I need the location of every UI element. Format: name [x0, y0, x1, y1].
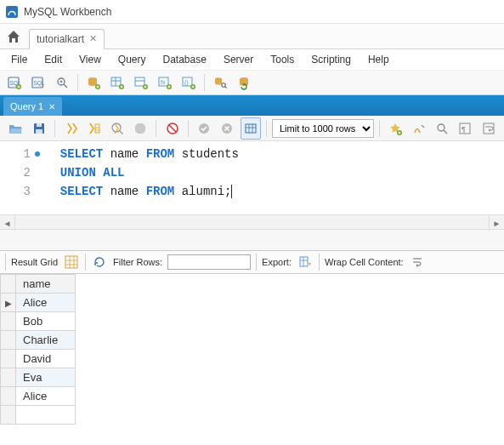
toolbar-separator — [188, 120, 189, 137]
editor-gutter: 123 — [0, 141, 46, 214]
query-tab-label: Query 1 — [10, 101, 43, 111]
menu-file[interactable]: File — [3, 51, 35, 68]
svg-rect-24 — [37, 123, 42, 127]
sql-editor[interactable]: 123 SELECT name FROM students UNION ALL … — [0, 141, 504, 214]
export-icon[interactable] — [297, 254, 314, 271]
favorite-icon[interactable] — [385, 117, 405, 140]
svg-rect-26 — [95, 124, 99, 133]
refresh-icon[interactable] — [91, 254, 108, 271]
svg-rect-31 — [246, 124, 256, 133]
query-tab[interactable]: Query 1 ✕ — [3, 97, 62, 116]
toggle-nocommit-icon[interactable] — [161, 117, 182, 140]
table-row[interactable]: Charlie — [1, 331, 76, 350]
toolbar-separator — [156, 120, 156, 137]
svg-rect-25 — [36, 129, 42, 134]
inspector-icon[interactable] — [51, 71, 73, 94]
scroll-right-icon[interactable]: ► — [489, 215, 504, 231]
commit-icon[interactable] — [194, 117, 214, 140]
menu-view[interactable]: View — [71, 51, 109, 68]
db-create-view-icon[interactable] — [130, 71, 152, 94]
editor-code[interactable]: SELECT name FROM students UNION ALL SELE… — [46, 141, 504, 214]
find-icon[interactable] — [432, 117, 452, 140]
table-row[interactable]: Alice — [1, 387, 76, 406]
svg-rect-37 — [65, 256, 77, 268]
svg-rect-36 — [484, 123, 494, 134]
titlebar: MySQL Workbench — [0, 0, 504, 24]
result-toolbar: Result Grid Filter Rows: Export: Wrap Ce… — [0, 250, 504, 274]
db-create-proc-icon[interactable]: fx — [154, 71, 176, 94]
table-row[interactable]: David — [1, 350, 76, 368]
db-create-func-icon[interactable]: () — [178, 71, 200, 94]
result-grid[interactable]: name▶AliceBobCharlieDavidEvaAlice — [0, 274, 76, 425]
beautify-icon[interactable] — [408, 117, 428, 140]
editor-toolbar: Limit to 1000 rows ¶ — [0, 116, 504, 141]
wrap-cell-label: Wrap Cell Content: — [325, 257, 404, 267]
toolbar-separator — [77, 74, 78, 91]
svg-rect-12 — [135, 77, 144, 86]
table-row[interactable]: ▶Alice — [1, 294, 76, 312]
column-header[interactable]: name — [16, 275, 76, 294]
menu-help[interactable]: Help — [360, 51, 397, 68]
row-limit-select[interactable]: Limit to 1000 rows — [272, 119, 374, 138]
toggle-invisible-icon[interactable]: ¶ — [455, 117, 475, 140]
filter-rows-input[interactable] — [167, 254, 251, 270]
explain-icon[interactable] — [107, 117, 127, 140]
svg-text:fx: fx — [161, 79, 166, 85]
cell[interactable]: Eva — [16, 368, 76, 387]
wrap-cell-icon[interactable] — [409, 254, 426, 271]
cell[interactable]: David — [16, 350, 76, 368]
svg-point-33 — [438, 124, 445, 131]
toolbar-separator — [379, 120, 380, 137]
export-label: Export: — [262, 257, 292, 267]
svg-point-7 — [60, 81, 63, 83]
connection-tab[interactable]: tutorialkart ✕ — [29, 29, 105, 49]
db-create-schema-icon[interactable] — [82, 71, 105, 94]
menu-query[interactable]: Query — [110, 51, 154, 68]
result-grid-label: Result Grid — [11, 257, 58, 267]
new-sql-tab-icon[interactable]: SQL — [3, 71, 25, 94]
cell[interactable]: Alice — [16, 294, 76, 312]
app-title: MySQL Workbench — [24, 6, 111, 18]
menu-database[interactable]: Database — [156, 51, 214, 68]
menu-scripting[interactable]: Scripting — [303, 51, 359, 68]
home-icon[interactable] — [3, 26, 24, 47]
save-icon[interactable] — [28, 117, 48, 140]
db-reconnect-icon[interactable] — [233, 71, 255, 94]
close-icon[interactable]: ✕ — [89, 33, 97, 44]
filter-rows-label: Filter Rows: — [113, 257, 162, 267]
toolbar-separator — [204, 74, 205, 91]
toolbar-separator — [54, 120, 55, 137]
svg-text:¶: ¶ — [462, 125, 466, 134]
svg-text:(): () — [184, 79, 189, 86]
result-grid-icon[interactable] — [63, 254, 80, 271]
app-icon — [5, 5, 19, 19]
cell[interactable]: Bob — [16, 312, 76, 331]
toolbar-separator — [266, 120, 267, 137]
menu-edit[interactable]: Edit — [37, 51, 70, 68]
panel-gap — [0, 230, 504, 250]
menu-server[interactable]: Server — [216, 51, 261, 68]
table-row[interactable]: Bob — [1, 312, 76, 331]
execute-icon[interactable] — [60, 117, 81, 140]
cell[interactable]: Alice — [16, 387, 76, 406]
rollback-icon[interactable] — [217, 117, 237, 140]
menubar: FileEditViewQueryDatabaseServerToolsScri… — [0, 49, 504, 70]
query-tab-row: Query 1 ✕ — [0, 95, 504, 116]
editor-hscrollbar[interactable]: ◄ ► — [0, 214, 504, 230]
db-search-icon[interactable] — [209, 71, 231, 94]
connection-tab-label: tutorialkart — [37, 33, 84, 45]
autocommit-toggle-icon[interactable] — [241, 117, 261, 140]
table-row[interactable]: Eva — [1, 368, 76, 387]
open-file-icon[interactable] — [5, 117, 25, 140]
execute-current-icon[interactable] — [83, 117, 104, 140]
main-toolbar: SQL SQL fx () — [0, 70, 504, 95]
close-icon[interactable]: ✕ — [48, 102, 55, 111]
menu-tools[interactable]: Tools — [263, 51, 302, 68]
wrap-icon[interactable] — [479, 117, 499, 140]
svg-text:SQL: SQL — [34, 80, 45, 87]
stop-icon[interactable] — [130, 117, 150, 140]
cell[interactable]: Charlie — [16, 331, 76, 350]
open-sql-file-icon[interactable]: SQL — [27, 71, 49, 94]
db-create-table-icon[interactable] — [106, 71, 128, 94]
scroll-left-icon[interactable]: ◄ — [0, 215, 15, 231]
